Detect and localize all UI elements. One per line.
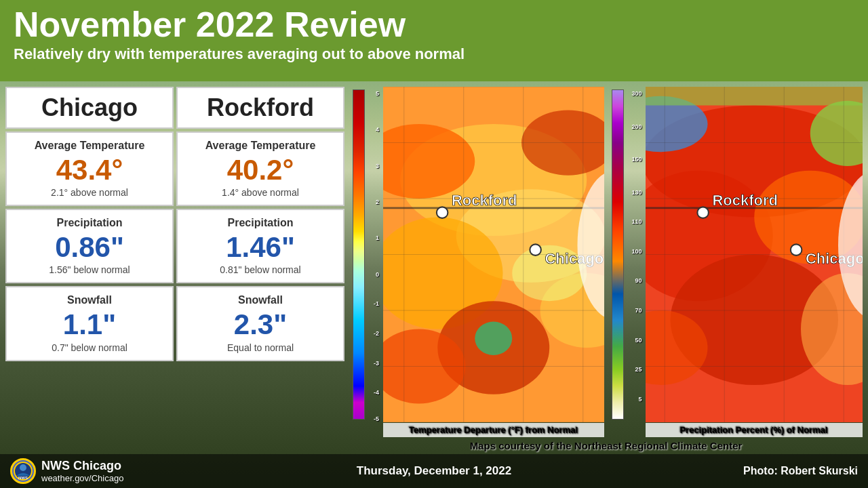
chicago-precip-normal: 1.56" below normal [12,264,167,275]
rockford-temp-label: Average Temperature [183,140,338,152]
chicago-snow-label: Snowfall [12,294,167,306]
chicago-temp-label: Average Temperature [12,140,167,152]
rockford-city-name: Rockford [180,94,340,122]
chicago-city-name: Chicago [9,94,170,122]
footer-date: Thursday, December 1, 2022 [293,464,576,478]
svg-point-48 [790,244,802,256]
maps-area: 5 4 3 2 1 0 -1 -2 -3 -4 -5 [349,87,863,454]
rockford-snow-normal: Equal to normal [183,342,338,353]
maps-footer: Maps courtesy of the Northeast Regional … [349,437,863,454]
svg-point-47 [697,207,709,218]
nws-logo-svg: NWS [13,461,33,481]
rockford-snow-label: Snowfall [183,294,338,306]
temp-legend-bar: 5 4 3 2 1 0 -1 -2 -3 -4 -5 [353,89,365,420]
footer-photo-credit: Photo: Robert Skurski [575,465,858,477]
chicago-snow-normal: 0.7" below normal [12,342,167,353]
nws-org-name: NWS Chicago [41,459,123,473]
chicago-snow-value: 1.1" [12,309,167,340]
rockford-snow-cell: Snowfall 2.3" Equal to normal [176,286,344,361]
temp-map-svg: Rockford Chicago [383,87,604,422]
data-panel: Chicago Rockford Average Temperature 43.… [5,87,344,364]
chicago-temp-normal: 2.1° above normal [12,187,167,198]
svg-text:NWS: NWS [18,476,28,480]
chicago-snow-cell: Snowfall 1.1" 0.7" below normal [5,286,174,361]
chicago-temp-cell: Average Temperature 43.4° 2.1° above nor… [5,131,174,206]
svg-text:Rockford: Rockford [452,192,517,209]
svg-point-23 [530,244,541,256]
maps-credit-text: Maps courtesy of the Northeast Regional … [352,440,860,451]
temp-row: Average Temperature 43.4° 2.1° above nor… [5,131,344,206]
page-subtitle: Relatively dry with temperatures averagi… [14,45,854,63]
nws-website-url: weather.gov/Chicago [41,473,123,483]
rockford-temp-value: 40.2° [183,155,338,186]
temp-map-caption: Temperature Departure (°F) from Normal [383,423,604,437]
snow-row: Snowfall 1.1" 0.7" below normal Snowfall… [5,286,344,361]
precip-map-caption: Precipitation Percent (%) of Normal [646,423,863,437]
rockford-header: Rockford [176,87,344,129]
page-title: November 2022 Review [14,5,854,44]
temp-legend: 5 4 3 2 1 0 -1 -2 -3 -4 -5 [349,87,368,422]
rockford-temp-normal: 1.4° above normal [183,187,338,198]
city-headers: Chicago Rockford [5,87,344,129]
rockford-precip-label: Precipitation [183,217,338,229]
svg-point-53 [20,464,26,471]
temp-map-wrapper: 5 4 3 2 1 0 -1 -2 -3 -4 -5 [349,87,604,437]
precip-row: Precipitation 0.86" 1.56" below normal P… [5,209,344,283]
chicago-precip-label: Precipitation [12,217,167,229]
footer-nws-section: NWS NWS Chicago weather.gov/Chicago [10,458,293,484]
chicago-precip-value: 0.86" [12,232,167,263]
header-bar: November 2022 Review Relatively dry with… [0,0,868,81]
rockford-precip-value: 1.46" [183,232,338,263]
nws-text-group: NWS Chicago weather.gov/Chicago [41,459,123,483]
chicago-header: Chicago [5,87,174,129]
svg-text:Rockford: Rockford [712,192,778,209]
svg-point-9 [475,322,512,356]
precip-map-visual: Rockford Chicago [646,87,863,422]
precip-map-wrapper: 300 200 150 130 110 100 90 70 50 25 5 [608,87,863,437]
temp-map-visual: Rockford Chicago [383,87,604,422]
precip-legend: 300 200 150 130 110 100 90 70 50 25 5 [608,87,627,422]
precip-legend-bar: 300 200 150 130 110 100 90 70 50 25 5 [612,89,624,420]
rockford-snow-value: 2.3" [183,309,338,340]
rockford-precip-cell: Precipitation 1.46" 0.81" below normal [176,209,344,283]
chicago-temp-value: 43.4° [12,155,167,186]
precip-map-svg: Rockford Chicago [646,87,863,422]
footer-bar: NWS NWS Chicago weather.gov/Chicago Thur… [0,454,868,488]
svg-rect-36 [646,87,863,106]
nws-logo-icon: NWS [10,458,36,484]
chicago-precip-cell: Precipitation 0.86" 1.56" below normal [5,209,174,283]
maps-container: 5 4 3 2 1 0 -1 -2 -3 -4 -5 [349,87,863,437]
rockford-precip-normal: 0.81" below normal [183,264,338,275]
rockford-temp-cell: Average Temperature 40.2° 1.4° above nor… [176,131,344,206]
svg-point-22 [437,207,448,218]
